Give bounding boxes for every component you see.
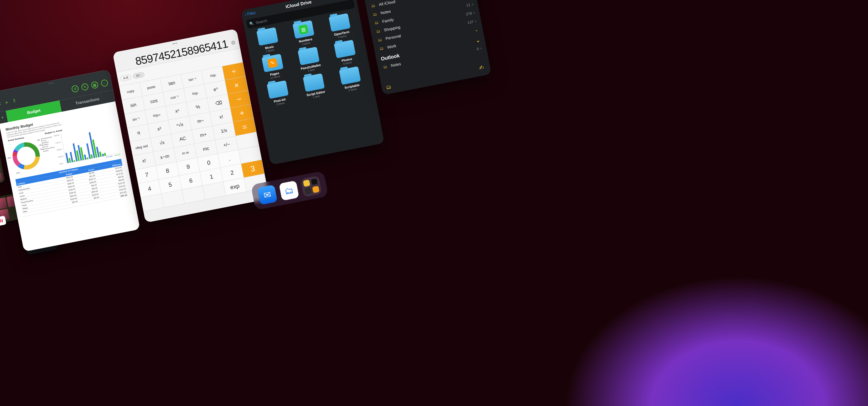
legend-actual: Actual [115, 154, 120, 156]
bar-pair [102, 153, 106, 157]
folder-icon [329, 13, 350, 32]
notes-folder-label: Personal [385, 33, 401, 41]
folder-icon: 🗂 [375, 28, 381, 34]
donut-pct-3: 5% [39, 144, 42, 146]
folder-icon: ▥ [292, 20, 314, 39]
folder-icon: 🗂 [372, 11, 378, 17]
search-icon: 🔍 [249, 21, 254, 26]
bar-pair [70, 151, 75, 163]
calculator-window[interactable]: ••• 8597452158965411 ⚙ A›B 42 › copypast… [113, 29, 270, 223]
folder-icon: 🗂 [382, 64, 388, 69]
donut-pct-4: 3% [40, 148, 43, 150]
notes-folder-count: 0 [476, 46, 479, 51]
more-icon[interactable]: ⋯ [101, 79, 109, 87]
folder-icon: 🗂 [370, 3, 376, 8]
folder-numbers[interactable]: ▥Numbers3 items [285, 19, 323, 48]
folder-script-editor[interactable]: Script Editor1 item [295, 72, 334, 101]
folder-icon: 🗂 [373, 20, 379, 26]
side-thumb-music[interactable]: Essentials ♪ [0, 154, 5, 188]
pill-answer[interactable]: 42 › [133, 72, 145, 79]
gear-icon[interactable]: ⚙ [230, 39, 236, 46]
notes-folder-label: Family [382, 17, 394, 24]
folder-icon [339, 66, 361, 85]
folder-icon [267, 80, 289, 99]
bar-pair [87, 143, 93, 159]
table-icon[interactable]: ▦ [91, 81, 99, 89]
folder-icon [334, 40, 356, 58]
folder-scriptable[interactable]: Scriptable2 items [331, 65, 370, 94]
mini-app-icon [304, 187, 312, 195]
add-icon[interactable]: ＋ [3, 98, 10, 106]
new-folder-icon[interactable]: 🗂 [385, 84, 392, 91]
bar-pair [96, 146, 102, 158]
files-grid: Music2 items▥Numbers3 itemsOpenTerm0 ite… [245, 11, 373, 109]
notes-folder-label: Notes [391, 62, 401, 68]
brush-icon[interactable]: ✎ [81, 83, 89, 91]
chevron-icon: › [475, 19, 477, 23]
notes-folder-count [473, 28, 473, 32]
chevron-icon: › [471, 2, 473, 6]
folder-pass2uwallet[interactable]: Pass2uWallet1 item [290, 45, 329, 75]
folder-icon [303, 73, 325, 92]
notes-folder-count: 137 [467, 20, 474, 25]
notes-folder-list: 👥Shared›iCloud⌄🗂All iCloud1,225›🗂Notes51… [362, 0, 487, 72]
notes-folder-count: 378 [465, 11, 472, 16]
pages-icon: ✎ [267, 58, 278, 68]
share-icon[interactable]: ⇪ [12, 97, 17, 104]
notes-window[interactable]: 👥Shared›iCloud⌄🗂All iCloud1,225›🗂Notes51… [362, 0, 492, 95]
stage-manager: n 9 Essentials ♪ N ••• ‹ ＋ ⇪ ↺ ✎ ▦ ⋯ ＋ B… [0, 0, 868, 406]
folder-icon: ✎ [261, 54, 284, 72]
chevron-icon: › [473, 10, 475, 15]
mini-app-icon [311, 178, 318, 185]
chevron-icon: ⌄ [474, 27, 478, 32]
folder-icon: 🗂 [378, 45, 384, 51]
folder-icon [256, 27, 278, 46]
mini-app-icon [303, 179, 310, 187]
bar-pair [65, 153, 71, 164]
donut-chart: 29% 27% 8% 5% 3% [9, 138, 44, 174]
back-icon[interactable]: ‹ [0, 100, 1, 107]
pill-ab[interactable]: A›B [120, 74, 132, 81]
folder-icon: 🗂 [377, 37, 383, 42]
donut-pct-2: 8% [37, 139, 40, 141]
folder-icon [298, 47, 320, 65]
compose-icon[interactable]: ✍︎ [476, 63, 487, 73]
mini-app-icon [312, 186, 319, 193]
folder-photos[interactable]: Photos8 items [327, 38, 365, 68]
notes-folder-count: 11 [466, 3, 471, 8]
search-placeholder: Search [255, 19, 268, 25]
chevron-icon: › [480, 46, 482, 50]
folder-openterm[interactable]: OpenTerm0 items [321, 12, 360, 41]
notes-folder-label: Work [387, 43, 397, 49]
dock-mail-icon[interactable]: ✉︎ [257, 185, 277, 205]
numbers-window[interactable]: ••• ‹ ＋ ⇪ ↺ ✎ ▦ ⋯ ＋ Budget Transactions … [0, 69, 140, 252]
calc-keypad: A›B 42 › copypastetantan⁻¹log₂÷sincoscos… [116, 48, 267, 212]
bar-pair [89, 132, 97, 158]
bar-pair [84, 154, 89, 160]
bar-pair [78, 145, 84, 161]
donut-pct-1: 27% [16, 172, 20, 174]
files-window[interactable]: ‹ Files iCloud Drive 🔍 Search Music2 ite… [241, 0, 384, 165]
bar-pair [73, 143, 80, 162]
notes-folder-label: Shopping [383, 25, 401, 32]
notes-folder-label: All iCloud [378, 0, 396, 7]
dock-files-icon[interactable]: 🗂 [279, 180, 299, 201]
donut-pct-0: 29% [7, 157, 11, 159]
folder-music[interactable]: Music2 items [249, 26, 287, 55]
folder-pages[interactable]: ✎Pages12 items [254, 52, 292, 82]
dock-app-folder[interactable] [300, 175, 322, 197]
folder-post-it-[interactable]: Post-it®2 items [259, 79, 298, 108]
numbers-icon: ▥ [298, 24, 309, 35]
undo-icon[interactable]: ↺ [71, 85, 79, 93]
notes-folder-label: Notes [380, 9, 391, 15]
